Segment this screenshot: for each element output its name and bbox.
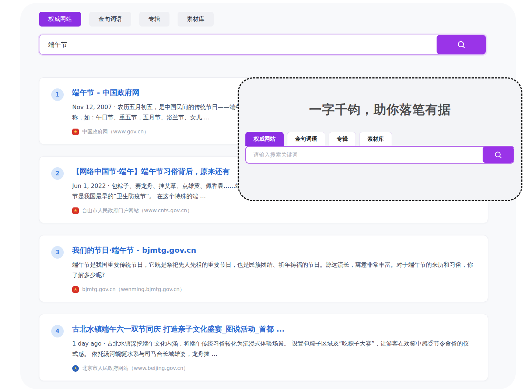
snippet-line: 了解多少呢? [72, 270, 476, 280]
source-text: 中国政府网（www.gov.cn） [82, 129, 149, 135]
snippet-line: 式感。 依托汤河蜿蜒水系与司马台长城雄姿，龙舟拔 … [72, 349, 476, 359]
source-text: bjmtg.gov.cn（wenming.bjmtg.gov.cn） [82, 286, 185, 293]
tab-material-library[interactable]: 素材库 [178, 12, 214, 27]
result-card-3: 3 我们的节日·端午节 - bjmtg.gov.cn 端午节是我国重要传统节日，… [39, 235, 488, 302]
overlay-tab-albums[interactable]: 专辑 [329, 132, 356, 146]
rank-badge: 3 [51, 246, 64, 259]
overlay-search-button[interactable] [483, 147, 514, 163]
search-icon [456, 40, 466, 50]
result-source: ★ 北京市人民政府网站（www.beijing.gov.cn） [72, 365, 476, 372]
promo-slogan: 一字千钧，助你落笔有据 [239, 101, 521, 118]
tab-golden-phrases[interactable]: 金句词语 [89, 12, 131, 27]
result-title-link[interactable]: 古北水镇端午六一双节同庆 打造亲子文化盛宴_图说活动_首都 ... [72, 324, 476, 334]
tab-authoritative-sites[interactable]: 权威网站 [39, 12, 81, 27]
china-emblem-icon: ★ [72, 129, 79, 135]
result-snippet: 端午节是我国重要传统节日，它既是祭祀先人先祖的重要节日，也是民族团结、祈年祷福的… [72, 260, 476, 280]
result-snippet: 1 day ago · 古北水镇深挖端午文化内涵，将端午传统习俗转化为沉浸式体验… [72, 339, 476, 359]
result-source: ★ 台山市人民政府门户网站（www.cnts.gov.cn） [72, 207, 476, 214]
rank-badge: 2 [51, 167, 64, 180]
result-source: ★ bjmtg.gov.cn（wenming.bjmtg.gov.cn） [72, 286, 476, 293]
promo-overlay: 一字千钧，助你落笔有据 权威网站 金句词语 专辑 素材库 [238, 77, 522, 201]
search-bar [39, 35, 486, 55]
snippet-line: 端午节是我国重要传统节日，它既是祭祀先人先祖的重要节日，也是民族团结、祈年祷福的… [72, 260, 476, 270]
source-text: 台山市人民政府门户网站（www.cnts.gov.cn） [82, 207, 192, 214]
china-emblem-icon: ★ [72, 207, 79, 214]
source-text: 北京市人民政府网站（www.beijing.gov.cn） [82, 365, 189, 372]
search-icon [494, 150, 503, 160]
overlay-tab-golden-phrases[interactable]: 金句词语 [287, 132, 325, 146]
result-card-4: 4 古北水镇端午六一双节同庆 打造亲子文化盛宴_图说活动_首都 ... 1 da… [39, 314, 488, 381]
overlay-search-input[interactable] [246, 147, 483, 163]
overlay-tab-material-library[interactable]: 素材库 [359, 132, 392, 146]
search-button[interactable] [437, 35, 486, 54]
beijing-emblem-icon: ★ [72, 365, 79, 372]
china-emblem-icon: ★ [72, 286, 79, 293]
overlay-tab-authoritative-sites[interactable]: 权威网站 [245, 132, 284, 146]
rank-badge: 4 [51, 325, 64, 337]
category-tabs: 权威网站 金句词语 专辑 素材库 [39, 12, 516, 27]
rank-badge: 1 [51, 88, 64, 101]
overlay-category-tabs: 权威网站 金句词语 专辑 素材库 [245, 132, 521, 146]
tab-albums[interactable]: 专辑 [139, 12, 169, 27]
result-title-link[interactable]: 我们的节日·端午节 - bjmtg.gov.cn [72, 245, 476, 255]
search-input[interactable] [39, 35, 437, 54]
overlay-search-bar [245, 146, 514, 164]
snippet-line: 1 day ago · 古北水镇深挖端午文化内涵，将端午传统习俗转化为沉浸式体验… [72, 339, 476, 349]
